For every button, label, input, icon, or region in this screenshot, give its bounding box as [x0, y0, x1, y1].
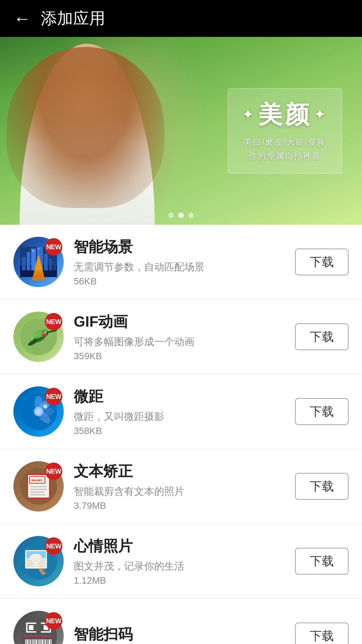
- app-icon-wrap: NEW: [13, 611, 64, 644]
- svg-rect-71: [26, 624, 27, 633]
- svg-rect-65: [51, 639, 52, 644]
- svg-text:IMAGE+: IMAGE+: [32, 479, 43, 482]
- svg-rect-4: [31, 249, 36, 270]
- app-size: 1.12MB: [74, 575, 285, 586]
- svg-rect-55: [36, 639, 37, 644]
- svg-rect-54: [34, 639, 35, 644]
- app-info: 微距 微距，又叫微距摄影 358KB: [74, 387, 285, 436]
- svg-point-29: [36, 409, 42, 415]
- app-name: 心情照片: [74, 536, 285, 556]
- banner-main-text: 美颜: [258, 99, 312, 131]
- svg-rect-74: [29, 625, 34, 630]
- back-button[interactable]: ←: [13, 10, 31, 27]
- sparkle-left-icon: ✦: [243, 108, 255, 122]
- svg-rect-51: [30, 639, 31, 644]
- svg-rect-50: [28, 639, 29, 644]
- download-button[interactable]: 下载: [295, 548, 349, 575]
- app-desc: 微距，又叫微距摄影: [74, 410, 285, 424]
- new-badge: NEW: [45, 238, 62, 256]
- app-name: 文本矫正: [74, 462, 285, 481]
- list-item: NEW GIF动画 可将多幅图像形成一个动画 359KB 下载: [0, 300, 362, 374]
- svg-rect-9: [33, 250, 34, 252]
- svg-rect-72: [41, 631, 51, 633]
- app-desc: 图文并茂，记录你的生活: [74, 559, 285, 573]
- svg-rect-49: [26, 639, 28, 644]
- app-info: 文本矫正 智能裁剪含有文本的照片 3.79MB: [74, 462, 285, 511]
- app-info: GIF动画 可将多幅图像形成一个动画 359KB: [74, 312, 285, 362]
- banner-dots: [168, 213, 194, 218]
- banner-sub-line1: 美白/磨皮/大眼/瘦脸: [244, 138, 326, 147]
- list-item: NEW 智能扫码 下载: [0, 599, 362, 644]
- new-badge: NEW: [45, 463, 62, 480]
- dot-1[interactable]: [168, 213, 174, 218]
- page-title: 添加应用: [41, 8, 105, 29]
- svg-rect-48: [25, 639, 26, 644]
- app-info: 智能扫码: [74, 625, 285, 644]
- app-name: 智能场景: [74, 237, 285, 257]
- list-item: NEW 微距 微距，又叫微距摄影 358KB 下载: [0, 374, 362, 449]
- svg-rect-46: [34, 557, 38, 568]
- svg-rect-61: [45, 639, 46, 644]
- svg-rect-8: [53, 261, 56, 270]
- dot-3[interactable]: [188, 213, 194, 218]
- svg-rect-6: [44, 254, 48, 270]
- svg-rect-60: [44, 639, 44, 644]
- app-name: 智能扫码: [74, 625, 285, 644]
- svg-rect-63: [48, 639, 48, 644]
- banner: ✦ 美颜 ✦ 美白/磨皮/大眼/瘦脸 你的专属自拍神器: [0, 37, 362, 225]
- svg-rect-56: [38, 639, 38, 644]
- app-desc: 可将多幅图像形成一个动画: [74, 335, 285, 349]
- app-icon-wrap: NEW: [13, 312, 64, 362]
- svg-rect-3: [27, 252, 30, 270]
- banner-sub-line2: 你的专属自拍神器: [249, 151, 321, 160]
- app-desc: 智能裁剪含有文本的照片: [74, 485, 285, 498]
- svg-rect-62: [47, 639, 47, 644]
- new-badge: NEW: [45, 612, 62, 630]
- new-badge: NEW: [45, 313, 62, 330]
- download-button[interactable]: 下载: [295, 473, 349, 500]
- svg-rect-7: [49, 259, 52, 270]
- app-info: 心情照片 图文并茂，记录你的生活 1.12MB: [74, 536, 285, 586]
- new-badge: NEW: [45, 388, 62, 405]
- svg-rect-53: [33, 639, 34, 644]
- app-icon-wrap: IMAGE+ NEW: [13, 461, 64, 512]
- dot-2[interactable]: [178, 213, 184, 218]
- app-name: GIF动画: [74, 312, 285, 332]
- list-item: IMAGE+ NEW 文本矫正 智能裁剪含有文本的照片 3.79MB 下载: [0, 449, 362, 524]
- svg-rect-57: [39, 639, 40, 644]
- app-icon-wrap: NEW: [13, 536, 64, 586]
- download-button[interactable]: 下载: [295, 323, 349, 350]
- app-size: 56KB: [74, 276, 285, 287]
- banner-title: ✦ 美颜 ✦: [238, 99, 332, 131]
- download-button[interactable]: 下载: [295, 623, 349, 644]
- app-name: 微距: [74, 387, 285, 407]
- app-icon-wrap: NEW: [13, 237, 64, 287]
- app-desc: 无需调节参数，自动匹配场景: [74, 260, 285, 274]
- download-button[interactable]: 下载: [295, 398, 349, 425]
- svg-rect-70: [26, 631, 36, 633]
- svg-rect-2: [22, 257, 26, 270]
- sparkle-right-icon: ✦: [314, 108, 327, 122]
- app-size: 3.79MB: [74, 500, 285, 511]
- svg-rect-59: [42, 639, 43, 644]
- svg-rect-52: [32, 639, 32, 644]
- download-button[interactable]: 下载: [295, 249, 349, 275]
- svg-rect-64: [49, 639, 50, 644]
- app-icon-wrap: NEW: [13, 386, 64, 437]
- app-size: 359KB: [74, 351, 285, 362]
- svg-point-22: [42, 334, 47, 336]
- banner-hair: [7, 47, 164, 208]
- svg-rect-10: [38, 249, 39, 250]
- app-info: 智能场景 无需调节参数，自动匹配场景 56KB: [74, 237, 285, 287]
- svg-rect-5: [37, 247, 43, 270]
- banner-overlay: ✦ 美颜 ✦ 美白/磨皮/大眼/瘦脸 你的专属自拍神器: [228, 88, 342, 173]
- app-size: 358KB: [74, 426, 285, 436]
- new-badge: NEW: [45, 537, 62, 555]
- svg-rect-66: [26, 623, 36, 624]
- list-item: NEW 智能场景 无需调节参数，自动匹配场景 56KB 下载: [0, 225, 362, 300]
- list-item: NEW 心情照片 图文并茂，记录你的生活 1.12MB 下载: [0, 524, 362, 599]
- banner-subtitle: 美白/磨皮/大眼/瘦脸 你的专属自拍神器: [238, 136, 332, 163]
- header: ← 添加应用: [0, 0, 362, 37]
- svg-point-21: [46, 332, 47, 333]
- svg-rect-58: [40, 639, 41, 644]
